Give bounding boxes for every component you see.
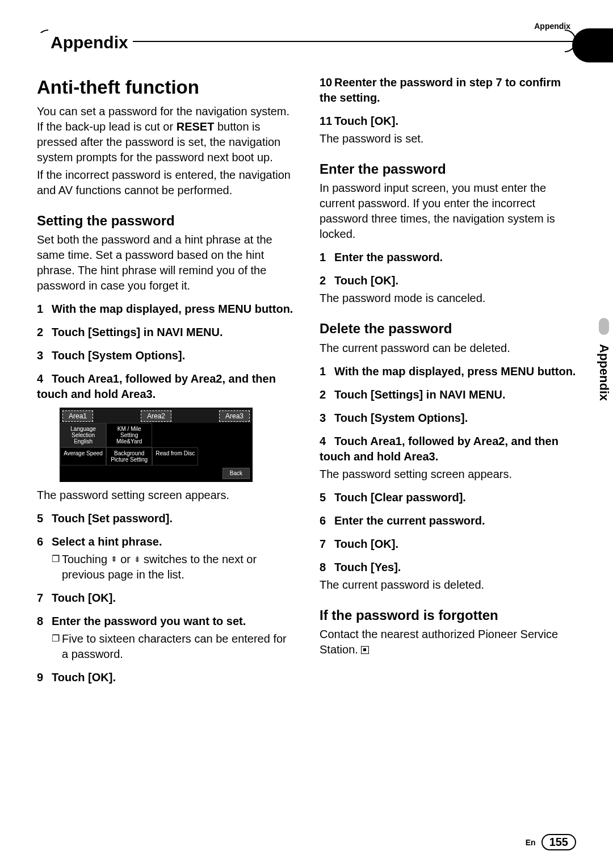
del-step-7: 7Touch [OK].: [320, 536, 576, 552]
del-step-4: 4Touch Area1, followed by Area2, and the…: [320, 434, 576, 464]
para: In password input screen, you must enter…: [320, 181, 576, 242]
step-1: 1With the map displayed, press MENU butt…: [37, 301, 293, 317]
h2-forgotten: If the password is forgotten: [320, 606, 576, 624]
step-11: 11Touch [OK].: [320, 114, 576, 129]
step-2: 2Touch [Settings] in NAVI MENU.: [37, 325, 293, 340]
h2-setting-password: Setting the password: [37, 212, 293, 230]
cell-empty: [198, 447, 244, 466]
para: Set both the password and a hint phrase …: [37, 232, 293, 293]
para: The password is set.: [320, 131, 576, 146]
step-4: 4Touch Area1, followed by Area2, and the…: [37, 371, 293, 402]
cell-language[interactable]: Language Selection English: [60, 423, 106, 447]
h2-delete-password: Delete the password: [320, 320, 576, 338]
del-step-2: 2Touch [Settings] in NAVI MENU.: [320, 387, 576, 402]
system-options-screenshot: Area1 Area2 Area3 Language Selection Eng…: [60, 408, 253, 482]
cell-empty: [198, 423, 244, 447]
para: The password setting screen appears.: [320, 467, 576, 482]
side-tab: Appendix: [595, 341, 612, 454]
text: or: [117, 553, 134, 565]
del-step-5: 5Touch [Clear password].: [320, 490, 576, 505]
right-column: 10Reenter the password in step 7 to conf…: [320, 75, 576, 687]
left-column: Anti-theft function You can set a passwo…: [37, 75, 293, 687]
para: The current password is deleted.: [320, 577, 576, 593]
cell-empty: [152, 423, 198, 447]
para: You can set a password for the navigatio…: [37, 104, 293, 165]
para: The password mode is canceled.: [320, 291, 576, 306]
arrow-down-icon: ⇟: [134, 555, 141, 563]
page: Appendix Anti-theft function You can set…: [37, 17, 576, 846]
back-button[interactable]: Back: [222, 468, 250, 479]
area3-button[interactable]: Area3: [219, 410, 250, 422]
step-5: 5Touch [Set password].: [37, 511, 293, 526]
cell-bg-picture[interactable]: Background Picture Setting: [106, 447, 152, 466]
enter-step-1: 1Enter the password.: [320, 250, 576, 265]
cell-km-mile[interactable]: KM / Mile Setting Mile&Yard: [106, 423, 152, 447]
del-step-6: 6Enter the current password.: [320, 513, 576, 529]
step-8: 8Enter the password you want to set.: [37, 614, 293, 629]
footer-lang: En: [526, 838, 536, 847]
footer-page: 155: [541, 834, 576, 850]
chapter-title: Appendix: [37, 33, 133, 52]
text: Touching: [62, 553, 111, 565]
cell-avg-speed[interactable]: Average Speed: [60, 447, 106, 466]
h2-enter-password: Enter the password: [320, 160, 576, 178]
step-7: 7Touch [OK].: [37, 590, 293, 606]
corner-tab: [572, 28, 613, 62]
step-3: 3Touch [System Options].: [37, 348, 293, 363]
footer: En 155: [526, 834, 576, 850]
stop-icon: [361, 646, 369, 654]
area2-button[interactable]: Area2: [141, 410, 171, 422]
reset-label: RESET: [177, 120, 215, 133]
side-tab-label: Appendix: [597, 344, 611, 401]
text: Contact the nearest authorized Pioneer S…: [320, 628, 558, 656]
note-bullet-icon: ❐: [52, 552, 62, 582]
del-step-8: 8Touch [Yes].: [320, 560, 576, 575]
cell-read-disc[interactable]: Read from Disc: [152, 447, 198, 466]
step-10: 10Reenter the password in step 7 to conf…: [320, 75, 576, 106]
step-6: 6Select a hint phrase.: [37, 534, 293, 550]
note-8: ❐ Five to sixteen characters can be ente…: [52, 631, 293, 662]
enter-step-2: 2Touch [OK].: [320, 273, 576, 288]
del-step-3: 3Touch [System Options].: [320, 410, 576, 426]
para: The password setting screen appears.: [37, 488, 293, 503]
side-tab-stub: [599, 318, 609, 335]
chapter-bar: Appendix: [37, 33, 576, 52]
para: The current password can be deleted.: [320, 341, 576, 356]
h1-anti-theft: Anti-theft function: [37, 75, 293, 100]
del-step-1: 1With the map displayed, press MENU butt…: [320, 364, 576, 379]
area1-button[interactable]: Area1: [62, 410, 93, 422]
step-9: 9Touch [OK].: [37, 670, 293, 685]
para: If the incorrect password is entered, th…: [37, 167, 293, 198]
note-6: ❐ Touching ⇞ or ⇟ switches to the next o…: [52, 552, 293, 582]
note-bullet-icon: ❐: [52, 631, 62, 662]
text: Five to sixteen characters can be entere…: [62, 631, 293, 662]
para: Contact the nearest authorized Pioneer S…: [320, 627, 576, 657]
arrow-up-icon: ⇞: [111, 555, 117, 563]
